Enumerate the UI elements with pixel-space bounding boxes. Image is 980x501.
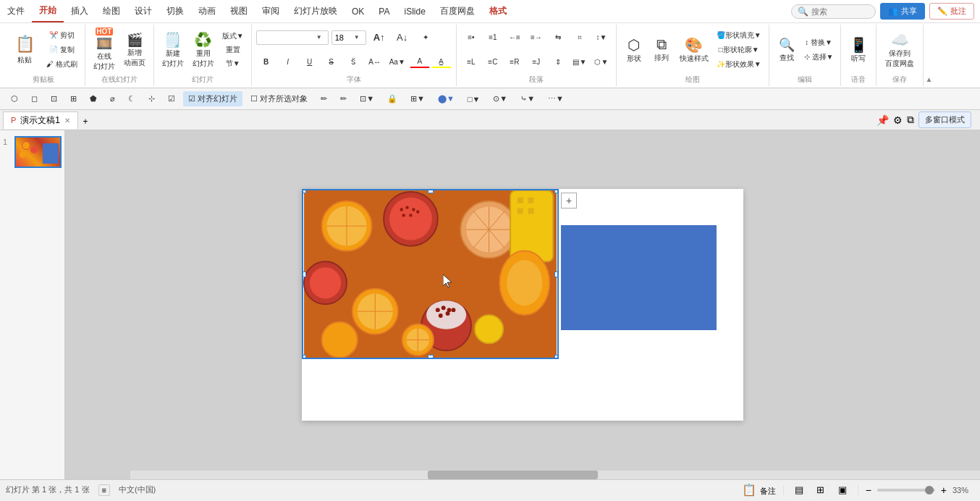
char-spacing-button[interactable]: A↔ [365, 55, 385, 68]
slide-image[interactable]: ↻ [302, 189, 559, 359]
quick-btn-clock[interactable]: ⊙▼ [488, 92, 512, 106]
clear-format-button[interactable]: ✦ [415, 31, 436, 44]
handle-mid-right[interactable] [554, 271, 559, 277]
dictate-button[interactable]: 📱 听写 [845, 30, 871, 70]
word-count-button[interactable]: ≡ [98, 484, 110, 496]
handle-bottom-right[interactable] [554, 355, 559, 359]
notes-button[interactable]: 📋 备注 [742, 483, 775, 497]
rtl-button[interactable]: ⇆ [548, 31, 568, 44]
align-left-button[interactable]: ≡L [461, 55, 481, 68]
shadow-button[interactable]: S̈ [343, 55, 363, 68]
replace-button[interactable]: ↕ 替换▼ [801, 36, 837, 49]
handle-bottom-left[interactable] [302, 355, 306, 359]
align-slide-button[interactable]: ☑ 对齐幻灯片 [183, 91, 242, 106]
quick-btn-3[interactable]: ⊡ [46, 92, 62, 106]
add-animation-page-button[interactable]: 🎬 新增 动画页 [120, 30, 149, 70]
tab-file[interactable]: 文件 [0, 1, 32, 22]
font-size-input[interactable] [332, 33, 352, 42]
tab-close-button[interactable]: ✕ [64, 117, 70, 125]
tab-baidu[interactable]: 百度网盘 [433, 1, 482, 22]
tab-start[interactable]: 开始 [32, 0, 64, 22]
format-painter-button[interactable]: 🖌 格式刷 [43, 58, 80, 71]
zoom-out-button[interactable]: − [866, 484, 871, 496]
quick-btn-connect[interactable]: ⤷▼ [515, 92, 540, 106]
tab-add-button[interactable]: + [78, 114, 93, 129]
shapes-button[interactable]: ⬡ 形状 [621, 30, 647, 70]
tab-slideshow[interactable]: 幻灯片放映 [287, 1, 345, 22]
arrange-button[interactable]: ⧉ 排列 [649, 30, 675, 70]
quick-btn-edit[interactable]: ✏ [335, 92, 352, 106]
reading-view-button[interactable]: ▣ [835, 482, 850, 498]
share-button[interactable]: 👥 共享 [880, 3, 925, 20]
text-direction-button[interactable]: ⇕ [548, 55, 568, 68]
tab-review[interactable]: 审阅 [255, 1, 287, 22]
document-tab[interactable]: P 演示文稿1 ✕ [3, 111, 78, 129]
convert-to-smartart-button[interactable]: ⬡▼ [591, 55, 612, 68]
pin-button[interactable]: 📌 [876, 114, 889, 126]
find-button[interactable]: 🔍 查找 [774, 30, 800, 70]
decrease-font-button[interactable]: A↓ [392, 31, 413, 44]
align-selected-button[interactable]: ☐ 对齐所选对象 [245, 91, 313, 106]
quick-btn-5[interactable]: ⬟ [85, 92, 102, 106]
quick-btn-align[interactable]: ⊞▼ [405, 92, 430, 106]
quick-btn-8[interactable]: ⊹ [143, 92, 160, 106]
font-name-combo[interactable]: ▼ [256, 30, 329, 45]
settings-icon[interactable]: ⚙ [893, 114, 903, 126]
save-to-baidu-button[interactable]: ☁️ 保存到 百度网盘 [881, 30, 918, 70]
tab-islide[interactable]: iSlide [397, 2, 432, 21]
handle-top-right[interactable] [554, 189, 559, 193]
handle-mid-left[interactable] [302, 271, 306, 277]
zoom-in-button[interactable]: + [941, 484, 947, 496]
font-name-arrow[interactable]: ▼ [315, 34, 324, 41]
quick-btn-7[interactable]: ☾ [123, 92, 140, 106]
quick-btn-eraser[interactable]: ✏ [316, 92, 332, 106]
increase-indent-button[interactable]: ≡→ [526, 31, 546, 44]
shape-fill-button[interactable]: 🪣 形状填充▼ [714, 29, 764, 42]
strikethrough-button[interactable]: S [321, 55, 342, 68]
quick-btn-shapes[interactable]: ⊡▼ [355, 92, 379, 106]
case-button[interactable]: Aa▼ [386, 55, 408, 68]
window-button[interactable]: ⧉ [907, 114, 914, 126]
quick-btn-rect[interactable]: □▼ [462, 93, 486, 106]
handle-bottom-mid[interactable] [428, 355, 434, 359]
tab-draw[interactable]: 绘图 [96, 1, 127, 22]
tab-animation[interactable]: 动画 [191, 1, 223, 22]
align-center-button[interactable]: ≡C [483, 55, 503, 68]
add-content-button[interactable]: + [561, 193, 577, 209]
blue-rectangle[interactable] [561, 225, 717, 330]
quick-btn-6[interactable]: ⌀ [105, 92, 120, 106]
tab-format[interactable]: 格式 [482, 1, 514, 22]
paste-button[interactable]: 📋 粘贴 [7, 30, 42, 70]
tab-transition[interactable]: 切换 [159, 1, 191, 22]
search-input[interactable] [811, 7, 869, 16]
copy-button[interactable]: 📄 复制 [43, 43, 80, 56]
decrease-indent-button[interactable]: ←≡ [504, 31, 525, 44]
font-name-input[interactable] [257, 33, 315, 42]
new-slide-button[interactable]: 🗒️ 新建 幻灯片 [159, 30, 187, 70]
tab-ok[interactable]: OK [345, 2, 371, 21]
quick-btn-lock[interactable]: 🔒 [382, 92, 402, 106]
shape-effect-button[interactable]: ✨ 形状效果▼ [714, 58, 764, 71]
bold-button[interactable]: B [256, 55, 276, 68]
columns-button[interactable]: ⌗ [570, 31, 590, 44]
increase-font-button[interactable]: A↑ [369, 31, 389, 44]
highlight-button[interactable]: A̲ [431, 55, 452, 68]
reset-button[interactable]: 重置 [223, 43, 243, 56]
shape-outline-button[interactable]: □ 形状轮廓▼ [714, 43, 764, 56]
online-slides-button[interactable]: HOT 🎞️ 在线 幻灯片 [90, 30, 119, 70]
quick-btn-4[interactable]: ⊞ [65, 92, 82, 106]
multi-window-button[interactable]: 多窗口模式 [918, 111, 971, 128]
handle-top-left[interactable] [302, 189, 306, 193]
tab-insert[interactable]: 插入 [64, 1, 96, 22]
quick-btn-2[interactable]: ◻ [26, 92, 43, 106]
bullet-list-button[interactable]: ≡• [461, 31, 481, 44]
underline-button[interactable]: U [300, 55, 320, 68]
layout-button[interactable]: 版式▼ [219, 30, 247, 43]
align-justify-button[interactable]: ≡J [526, 55, 546, 68]
quick-btn-1[interactable]: ⬡ [6, 92, 23, 106]
slide-thumbnail-1[interactable]: 1 [3, 136, 62, 168]
font-color-button[interactable]: A [410, 55, 430, 68]
font-size-arrow[interactable]: ▼ [352, 34, 361, 41]
quick-btn-more[interactable]: ⋯▼ [543, 92, 569, 106]
font-size-combo[interactable]: ▼ [331, 30, 366, 45]
